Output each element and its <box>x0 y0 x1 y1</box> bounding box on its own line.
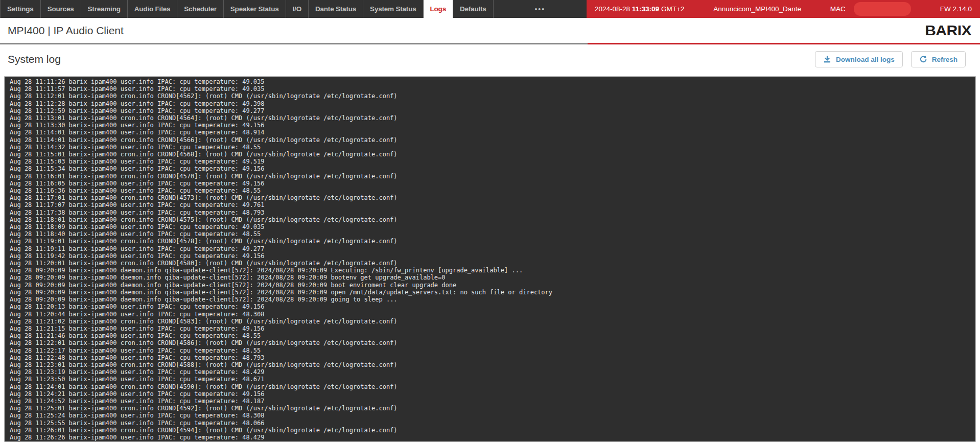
nav-tabs: SettingsSourcesStreamingAudio FilesSched… <box>0 0 494 18</box>
nav-overflow-menu[interactable]: ••• <box>494 0 587 18</box>
status-datetime: 2024-08-28 11:33:09 GMT+2 <box>595 5 684 13</box>
tab-speaker-status[interactable]: Speaker Status <box>223 0 286 18</box>
status-device-name: Annuncicom_MPI400_Dante <box>713 5 801 13</box>
system-log-viewer[interactable]: Aug 28 11:11:26 barix-ipam400 user.info … <box>4 76 976 442</box>
tab-system-status[interactable]: System Status <box>363 0 423 18</box>
mac-address-redacted <box>854 2 911 16</box>
header-divider-red <box>588 43 980 44</box>
refresh-button-label: Refresh <box>932 56 958 63</box>
log-output: Aug 28 11:11:26 barix-ipam400 user.info … <box>5 77 975 442</box>
download-all-logs-button[interactable]: Download all logs <box>815 51 903 67</box>
tab-settings[interactable]: Settings <box>0 0 40 18</box>
status-date: 2024-08-28 <box>595 5 630 13</box>
top-nav-bar: SettingsSourcesStreamingAudio FilesSched… <box>0 0 980 18</box>
refresh-icon <box>919 55 927 63</box>
tab-scheduler[interactable]: Scheduler <box>177 0 223 18</box>
page-title: MPI400 | IP Audio Client <box>8 25 124 37</box>
tab-audio-files[interactable]: Audio Files <box>127 0 177 18</box>
status-mac: MAC <box>830 2 911 16</box>
status-time: 11:33:09 <box>632 5 659 13</box>
download-icon <box>823 55 831 63</box>
tab-i-o[interactable]: I/O <box>286 0 308 18</box>
ellipsis-icon: ••• <box>534 5 545 13</box>
tab-logs[interactable]: Logs <box>423 0 453 18</box>
toolbar-actions: Download all logs Refresh <box>815 51 966 67</box>
refresh-button[interactable]: Refresh <box>911 51 966 67</box>
tab-streaming[interactable]: Streaming <box>81 0 127 18</box>
tab-sources[interactable]: Sources <box>40 0 81 18</box>
status-timezone: GMT+2 <box>661 5 684 13</box>
header-divider-gray <box>0 43 588 44</box>
status-mac-label: MAC <box>830 5 846 13</box>
tab-dante-status[interactable]: Dante Status <box>308 0 363 18</box>
app-header: MPI400 | IP Audio Client BARIX <box>0 18 980 43</box>
barix-logo: BARIX <box>925 22 971 38</box>
status-firmware: FW 2.14.0 <box>940 5 972 13</box>
download-button-label: Download all logs <box>836 56 895 63</box>
nav-status-bar: 2024-08-28 11:33:09 GMT+2 Annuncicom_MPI… <box>587 0 980 18</box>
header-divider <box>0 43 980 44</box>
log-toolbar: System log Download all logs Refresh <box>8 51 966 68</box>
tab-defaults[interactable]: Defaults <box>453 0 494 18</box>
section-heading: System log <box>8 53 61 65</box>
